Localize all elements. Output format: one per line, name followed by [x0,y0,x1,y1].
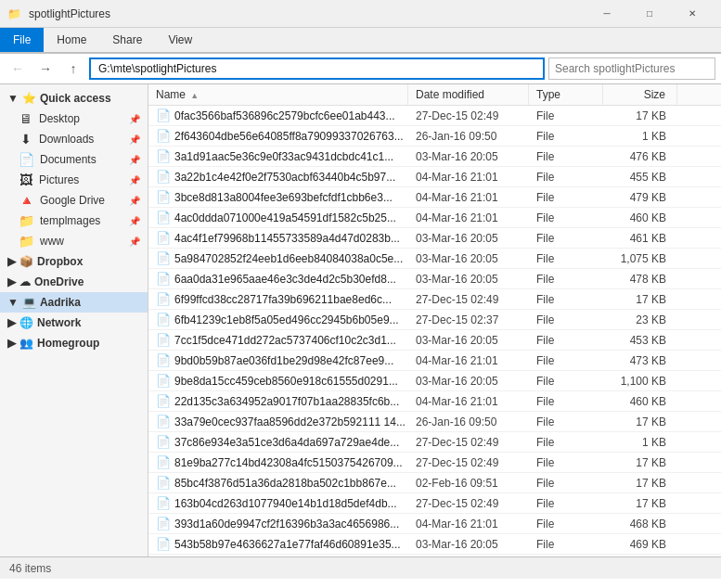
file-name: 3a22b1c4e42f0e2f7530acbf63440b4c5b97... [174,171,395,184]
file-date: 03-Mar-16 20:05 [408,332,529,349]
sidebar-item-pictures[interactable]: 🖼 Pictures 📌 [0,170,148,190]
table-row[interactable]: 📄 85bc4f3876d51a36da2818ba502c1bb867e...… [148,473,721,493]
minimize-button[interactable]: ─ [586,0,628,28]
sidebar-section-quick-access[interactable]: ▼ ⭐ Quick access [0,88,148,109]
tab-view[interactable]: View [155,28,205,52]
file-name: 85bc4f3876d51a36da2818ba502c1bb867e... [174,477,396,490]
table-row[interactable]: 📄 81e9ba277c14bd42308a4fc5150375426709..… [148,453,721,473]
table-row[interactable]: 📄 163b04cd263d1077940e14b1d18d5def4db...… [148,493,721,514]
file-icon: 📄 [156,109,171,122]
file-icon: 📄 [156,537,171,551]
col-header-date[interactable]: Date modified [408,84,529,105]
file-size: 17 KB [603,291,677,308]
chevron-down-icon: ▼ [7,92,19,105]
col-header-type[interactable]: Type [529,84,603,105]
file-icon: 📄 [156,394,171,408]
forward-button[interactable]: → [33,57,58,81]
sidebar-item-documents[interactable]: 📄 Documents 📌 [0,149,148,170]
pin-icon: 📌 [129,114,140,124]
file-size: 23 KB [603,312,677,328]
table-row[interactable]: 📄 2f643604dbe56e64085ff8a79099337026763.… [148,126,721,147]
table-row[interactable]: 📄 393d1a60de9947cf2f16396b3a3ac4656986..… [148,514,721,534]
file-icon: 📄 [156,251,171,265]
title-bar-icons: 📁 [7,7,21,20]
table-row[interactable]: 📄 3bce8d813a8004fee3e693befcfdf1cbb6e3..… [148,187,721,208]
chevron-right-icon: ▶ [7,255,16,268]
sidebar-item-www[interactable]: 📁 www 📌 [0,231,148,251]
table-row[interactable]: 📄 6aa0da31e965aae46e3c3de4d2c5b30efd8...… [148,269,721,289]
file-size: 479 KB [603,189,677,206]
sidebar-section-dropbox[interactable]: ▶ 📦 Dropbox [0,251,148,272]
file-icon: 📄 [156,292,171,306]
col-date-label: Date modified [416,88,484,101]
table-row[interactable]: 📄 22d135c3a634952a9017f07b1aa28835fc6b..… [148,391,721,412]
table-row[interactable]: 📄 3a1d91aac5e36c9e0f33ac9431dcbdc41c1...… [148,147,721,167]
table-row[interactable]: 📄 4ac4f1ef79968b11455733589a4d47d0283b..… [148,228,721,249]
table-row[interactable]: 📄 674ece24a1a424f88435f3d721c468d2b5f1..… [148,555,721,556]
table-row[interactable]: 📄 543b58b97e4636627a1e77faf46d60891e35..… [148,534,721,555]
address-input[interactable] [89,58,545,80]
file-icon: 📄 [156,476,171,490]
file-icon: 📄 [156,211,171,224]
onedrive-icon: ☁ [19,275,31,288]
file-name: 6fb41239c1eb8f5a05ed496cc2945b6b05e9... [174,313,399,326]
file-size: 17 KB [603,414,677,430]
sidebar-item-templimages[interactable]: 📁 templmages 📌 [0,211,148,231]
sidebar-section-aadrika[interactable]: ▼ 💻 Aadrika [0,292,148,313]
table-row[interactable]: 📄 3a22b1c4e42f0e2f7530acbf63440b4c5b97..… [148,167,721,187]
window-icon: 📁 [7,7,21,20]
col-header-name[interactable]: Name ▲ [148,84,408,105]
file-type: File [529,128,603,145]
pin-icon: 📌 [129,155,140,165]
sidebar: ▼ ⭐ Quick access 🖥 Desktop 📌 ⬇ Downloads… [0,84,148,556]
back-button[interactable]: ← [6,57,30,81]
table-row[interactable]: 📄 37c86e934e3a51ce3d6a4da697a729ae4de...… [148,432,721,453]
file-date: 04-Mar-16 21:01 [408,210,529,226]
downloads-icon: ⬇ [19,132,33,147]
tab-home[interactable]: Home [44,28,99,52]
sidebar-item-downloads[interactable]: ⬇ Downloads 📌 [0,129,148,149]
file-name: 4ac0ddda071000e419a54591df1582c5b25... [174,211,396,224]
table-row[interactable]: 📄 4ac0ddda071000e419a54591df1582c5b25...… [148,208,721,228]
sidebar-section-homegroup[interactable]: ▶ 👥 Homegroup [0,333,148,353]
file-date: 27-Dec-15 02:49 [408,108,529,124]
sidebar-item-label: www [40,235,64,248]
tab-share[interactable]: Share [99,28,155,52]
sidebar-section-onedrive[interactable]: ▶ ☁ OneDrive [0,272,148,292]
file-icon: 📄 [156,170,171,184]
up-button[interactable]: ↑ [61,57,85,81]
sort-arrow: ▲ [190,91,199,100]
file-size: 460 KB [603,210,677,226]
table-row[interactable]: 📄 33a79e0cec937faa8596dd2e372b592111 14.… [148,412,721,432]
file-date: 04-Mar-16 21:01 [408,352,529,369]
sidebar-section-network[interactable]: ▶ 🌐 Network [0,313,148,333]
file-name: 9bd0b59b87ae036fd1be29d98e42fc87ee9... [174,354,393,367]
pictures-icon: 🖼 [19,173,33,187]
table-row[interactable]: 📄 6fb41239c1eb8f5a05ed496cc2945b6b05e9..… [148,310,721,330]
maximize-button[interactable]: □ [628,0,671,28]
col-name-label: Name [156,88,186,101]
col-header-size[interactable]: Size [603,84,677,105]
file-type: File [529,516,603,532]
table-row[interactable]: 📄 9bd0b59b87ae036fd1be29d98e42fc87ee9...… [148,351,721,371]
close-button[interactable]: ✕ [671,0,714,28]
table-row[interactable]: 📄 6f99ffcd38cc28717fa39b696211bae8ed6c..… [148,289,721,310]
file-type: File [529,556,603,557]
tab-file[interactable]: File [0,28,44,52]
chevron-down-icon: ▼ [7,296,19,309]
file-size: 17 KB [603,454,677,471]
file-name: 6aa0da31e965aae46e3c3de4d2c5b30efd8... [174,273,396,286]
file-icon: 📄 [156,517,171,530]
pin-icon: 📌 [129,196,140,206]
file-type: File [529,393,603,410]
sidebar-item-googledrive[interactable]: 🔺 Google Drive 📌 [0,190,148,211]
file-size: 17 KB [603,108,677,124]
table-row[interactable]: 📄 0fac3566baf536896c2579bcfc6ee01ab443..… [148,106,721,126]
search-input[interactable] [548,58,715,80]
sidebar-item-desktop[interactable]: 🖥 Desktop 📌 [0,109,148,129]
quick-access-icon: ⭐ [22,92,36,105]
file-name: 6f99ffcd38cc28717fa39b696211bae8ed6c... [174,293,392,306]
table-row[interactable]: 📄 9be8da15cc459ceb8560e918c61555d0291...… [148,371,721,391]
table-row[interactable]: 📄 5a984702852f24eeb1d6eeb84084038a0c5e..… [148,249,721,269]
table-row[interactable]: 📄 7cc1f5dce471dd272ac5737406cf10c2c3d1..… [148,330,721,351]
